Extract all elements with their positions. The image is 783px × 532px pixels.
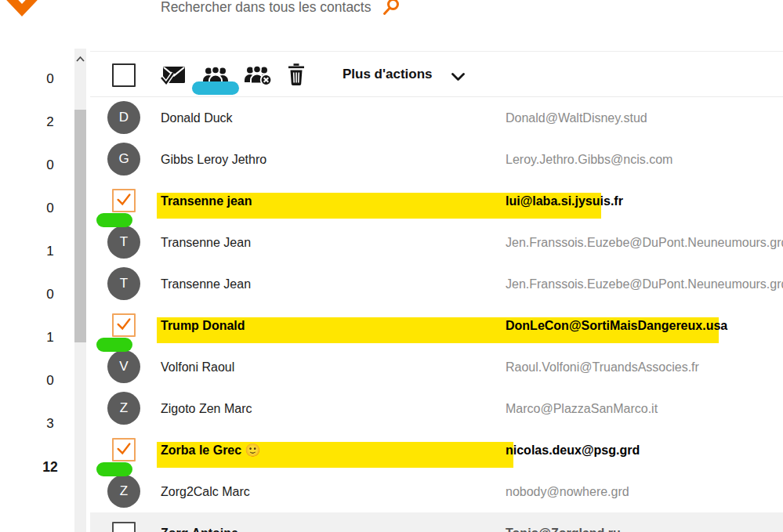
remove-from-group-icon[interactable] <box>244 63 273 89</box>
chevron-down-logo-icon <box>5 0 38 18</box>
contact-email: Leroy.Jethro.Gibbs@ncis.com <box>506 139 672 180</box>
contact-name: Zorg2Calc Marc <box>161 471 250 512</box>
avatar: Z <box>107 392 140 425</box>
contact-name: Gibbs Leroy Jethro <box>161 139 266 180</box>
scrollbar-thumb[interactable] <box>74 110 86 342</box>
contact-row[interactable]: GGibbs Leroy JethroLeroy.Jethro.Gibbs@nc… <box>90 139 783 180</box>
letter-count: 2 <box>31 114 69 130</box>
contacts-toolbar: Plus d'actions <box>90 51 783 97</box>
delete-icon[interactable] <box>288 63 305 89</box>
avatar: D <box>107 101 140 134</box>
contact-name: Transenne Jean <box>161 222 251 263</box>
letter-count: 0 <box>31 71 69 87</box>
contact-name: Volfoni Raoul <box>161 346 234 388</box>
contact-email: nobody@nowhere.grd <box>506 471 629 512</box>
letter-count: 3 <box>31 416 69 432</box>
contact-email: Raoul.Volfoni@TruandsAssocies.fr <box>506 346 699 388</box>
chevron-down-icon[interactable] <box>451 71 465 85</box>
letter-count: 1 <box>31 330 69 346</box>
green-annotation-pill <box>96 338 132 352</box>
contact-row[interactable]: Zorg AntoineTonio@Zorgland.ru <box>90 512 783 532</box>
avatar: Z <box>107 475 140 508</box>
contact-row[interactable]: DDonald DuckDonald@WaltDisney.stud <box>90 97 783 139</box>
contact-email: DonLeCon@SortiMaisDangereux.usa <box>506 305 727 346</box>
select-all-checkbox[interactable] <box>112 63 136 87</box>
green-annotation-pill <box>96 213 132 227</box>
search-input[interactable]: Rechercher dans tous les contacts <box>161 0 401 16</box>
contact-row[interactable]: ZZorg2Calc Marcnobody@nowhere.grd <box>90 471 783 512</box>
search-placeholder: Rechercher dans tous les contacts <box>161 0 371 16</box>
contact-row[interactable]: Zorba le Grec 🙂nicolas.deux@psg.grd <box>90 429 783 471</box>
contact-row[interactable]: Transenne jeanlui@laba.si.jysuis.fr <box>90 180 783 222</box>
contact-name: Zigoto Zen Marc <box>161 388 252 429</box>
contact-checkbox-checked[interactable] <box>112 189 136 212</box>
letter-count: 0 <box>31 157 69 173</box>
contact-row[interactable]: VVolfoni RaoulRaoul.Volfoni@TruandsAssoc… <box>90 346 783 388</box>
contact-name: Transenne Jean <box>161 263 251 305</box>
avatar: T <box>107 226 140 259</box>
avatar: V <box>107 350 140 383</box>
cyan-annotation-pill <box>192 81 239 95</box>
check-icon <box>115 440 132 460</box>
contact-row[interactable]: Trump DonaldDonLeCon@SortiMaisDangereux.… <box>90 305 783 346</box>
contact-email: Donald@WaltDisney.stud <box>506 97 647 139</box>
contact-email: Jen.Franssois.Euzebe@DuPont.Neuneumours.… <box>506 222 783 263</box>
green-annotation-pill <box>96 462 132 476</box>
avatar: T <box>107 267 140 300</box>
contact-email: Jen.Franssois.Euzebe@DuPont.Neuneumours.… <box>506 263 783 305</box>
send-mail-icon[interactable] <box>161 65 186 89</box>
orange-chevron-logo[interactable] <box>5 0 38 21</box>
contact-row[interactable]: ZZigoto Zen MarcMarco@PlazzaSanMarco.it <box>90 388 783 429</box>
contact-name: Zorg Antoine <box>161 512 238 532</box>
avatar: G <box>107 143 140 176</box>
check-icon <box>115 190 132 211</box>
contact-checkbox-unchecked[interactable] <box>112 522 136 532</box>
letter-count: 0 <box>31 287 69 302</box>
contact-checkbox-checked[interactable] <box>112 313 136 337</box>
contact-row[interactable]: TTransenne JeanJen.Franssois.Euzebe@DuPo… <box>90 263 783 305</box>
contact-checkbox-checked[interactable] <box>112 438 136 461</box>
contact-email: Tonio@Zorgland.ru <box>506 512 621 532</box>
contact-email: lui@laba.si.jysuis.fr <box>506 180 623 222</box>
search-icon[interactable] <box>382 0 401 19</box>
contact-email: Marco@PlazzaSanMarco.it <box>506 388 658 429</box>
contact-name: Transenne jean <box>161 180 252 222</box>
contact-row[interactable]: TTransenne JeanJen.Franssois.Euzebe@DuPo… <box>90 222 783 263</box>
scrollbar-up-icon[interactable] <box>75 52 85 66</box>
contact-email: nicolas.deux@psg.grd <box>506 429 640 471</box>
letter-count: 0 <box>31 201 69 216</box>
contact-name: Trump Donald <box>161 305 245 346</box>
letter-count: 12 <box>31 459 69 476</box>
check-icon <box>115 315 132 335</box>
contact-name: Zorba le Grec 🙂 <box>161 429 261 471</box>
contact-name: Donald Duck <box>161 97 233 139</box>
letter-count: 0 <box>31 373 69 389</box>
more-actions-button[interactable]: Plus d'actions <box>343 52 433 96</box>
more-actions-label: Plus d'actions <box>343 67 433 82</box>
letter-count: 1 <box>31 244 69 259</box>
